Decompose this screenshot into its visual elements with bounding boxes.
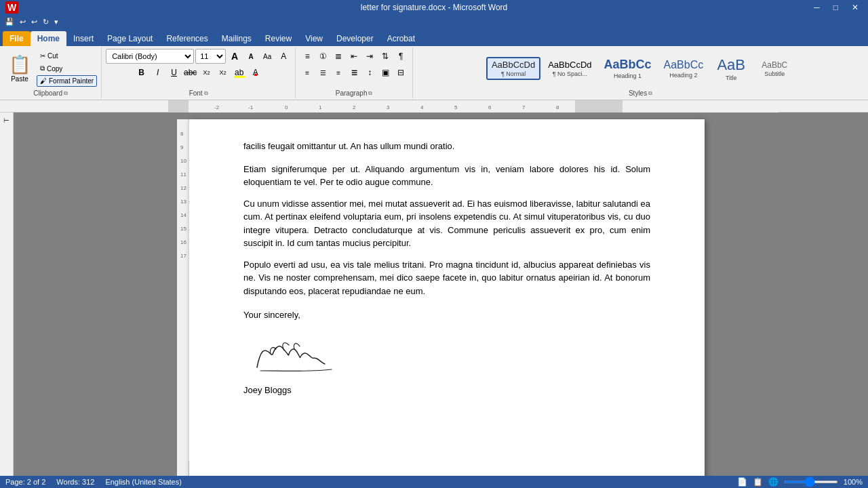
tab-home[interactable]: Home [31,31,66,46]
minimize-button[interactable]: ─ [810,3,824,12]
font-name-selector[interactable]: Calibri (Body) [106,49,194,64]
doc-text-4: Populo everti ad usu, ea vis tale melius… [243,260,650,296]
undo2-icon: ↩ [31,18,37,26]
svg-text:1: 1 [319,104,322,110]
clear-format-button[interactable]: A [276,49,291,64]
decrease-indent-button[interactable]: ⇤ [347,49,361,64]
undo-qa-button[interactable]: ↩ [18,17,28,27]
doc-text-1: facilis feugait omittantur ut. An has ul… [243,141,454,151]
tab-review[interactable]: Review [258,31,298,46]
bold-button[interactable]: B [134,65,149,80]
align-right-button[interactable]: ≡ [331,65,346,80]
page-info: Page: 2 of 2 [5,478,45,486]
copy-button[interactable]: ⧉ Copy [37,62,97,75]
view-mode-print[interactable]: 📄 [737,477,747,487]
style-no-spacing-label: ¶ No Spaci... [553,70,587,77]
show-formatting-button[interactable]: ¶ [393,49,408,64]
signature-area [243,330,650,382]
sort-button[interactable]: ⇅ [378,49,393,64]
increase-indent-button[interactable]: ⇥ [362,49,377,64]
undo2-qa-button[interactable]: ↩ [29,17,39,27]
paragraph-controls: ≡ ① ≣ ⇤ ⇥ ⇅ ¶ ≡ ☰ ≡ ☰ ↕ ▣ ⊟ [300,49,408,88]
change-case-button[interactable]: Aa [260,49,275,64]
align-center-button[interactable]: ☰ [315,65,330,80]
svg-text:10: 10 [180,158,186,164]
style-normal[interactable]: AaBbCcDd ¶ Normal [486,57,540,80]
style-heading2[interactable]: AaBbCc Heading 2 [659,57,709,81]
maximize-button[interactable]: □ [829,3,842,12]
tab-view[interactable]: View [298,31,330,46]
font-label: Font ⧉ [189,89,208,97]
clipboard-expander[interactable]: ⧉ [64,90,68,97]
tab-references[interactable]: References [159,31,214,46]
tab-acrobat[interactable]: Acrobat [380,31,422,46]
svg-text:3: 3 [387,104,390,110]
tab-mailings[interactable]: Mailings [215,31,258,46]
close-button[interactable]: ✕ [848,3,863,12]
svg-text:0: 0 [285,104,288,110]
style-no-spacing[interactable]: AaBbCcDd ¶ No Spaci... [543,58,596,79]
save-icon: 💾 [5,18,14,26]
style-normal-preview: AaBbCcDd [492,60,535,70]
italic-button[interactable]: I [151,65,165,80]
view-ruler-button[interactable]: ⊢ [2,115,11,125]
view-mode-web[interactable]: 🌐 [768,477,778,487]
main-area: ⊢ 8 9 10 11 12 13 14 15 16 17 facilis fe… [0,113,868,485]
align-left-button[interactable]: ≡ [300,65,315,80]
vertical-ruler-svg: 8 9 10 11 12 13 14 15 16 17 [177,122,189,461]
style-heading2-preview: AaBbCc [664,59,704,71]
strikethrough-button[interactable]: abc [183,65,198,80]
style-subtitle[interactable]: AaBbC Subtitle [754,58,795,79]
font-color-button[interactable]: A [248,65,263,80]
document-page[interactable]: facilis feugait omittantur ut. An has ul… [189,119,705,485]
doc-text-2: Etiam signiferumque per ut. Aliquando ar… [243,164,650,188]
paragraph-expander[interactable]: ⧉ [368,90,372,97]
highlight-button[interactable]: ab [232,65,247,80]
borders-button[interactable]: ⊟ [393,65,408,80]
grow-font-button[interactable]: A [227,49,242,64]
line-spacing-button[interactable]: ↕ [362,65,377,80]
zoom-slider[interactable] [784,481,838,483]
svg-text:9: 9 [180,144,184,150]
save-qa-button[interactable]: 💾 [3,17,16,27]
svg-text:13: 13 [180,199,186,205]
font-size-selector[interactable]: 11 [195,49,226,64]
paragraph-group: ≡ ① ≣ ⇤ ⇥ ⇅ ¶ ≡ ☰ ≡ ☰ ↕ ▣ ⊟ Paragraph ⧉ [296,47,413,98]
style-heading1[interactable]: AaBbCc Heading 1 [599,56,656,81]
customize-qa-button[interactable]: ▾ [52,17,60,27]
font-expander[interactable]: ⧉ [204,90,208,97]
bullets-button[interactable]: ≡ [300,49,315,64]
svg-text:12: 12 [180,185,186,191]
window-controls: ─ □ ✕ [810,3,863,12]
svg-text:4: 4 [420,104,424,110]
tab-page-layout[interactable]: Page Layout [100,31,159,46]
style-title[interactable]: AaB Title [711,54,751,83]
tab-developer[interactable]: Developer [330,31,380,46]
redo-qa-button[interactable]: ↻ [41,17,51,27]
paste-button[interactable]: 📋 Paste [4,49,35,88]
underline-button[interactable]: U [167,65,182,80]
styles-expander[interactable]: ⧉ [648,90,652,97]
view-mode-full[interactable]: 📋 [753,477,763,487]
shading-button[interactable]: ▣ [378,65,393,80]
word-icon: W [5,1,18,14]
font-row1: Calibri (Body) 11 A A Aa A [106,49,291,64]
justify-button[interactable]: ☰ [347,65,361,80]
style-subtitle-preview: AaBbC [762,60,787,70]
shrink-font-button[interactable]: A [243,49,258,64]
tab-file[interactable]: File [3,31,31,46]
format-painter-button[interactable]: 🖌 Format Painter [37,75,97,87]
format-painter-icon: 🖌 [40,77,47,85]
numbering-button[interactable]: ① [315,49,330,64]
subscript-button[interactable]: X2 [199,65,214,80]
multilevel-list-button[interactable]: ≣ [331,49,346,64]
scroll-area[interactable]: 8 9 10 11 12 13 14 15 16 17 facilis feug… [14,113,868,485]
superscript-button[interactable]: X2 [216,65,231,80]
svg-text:17: 17 [180,253,186,259]
tab-insert[interactable]: Insert [66,31,100,46]
redo-icon: ↻ [43,18,49,26]
font-group: Calibri (Body) 11 A A Aa A B I U abc X2 … [102,47,296,98]
cut-button[interactable]: ✂ Cut [37,50,97,62]
font-controls: Calibri (Body) 11 A A Aa A B I U abc X2 … [106,49,291,88]
svg-text:15: 15 [180,226,186,232]
